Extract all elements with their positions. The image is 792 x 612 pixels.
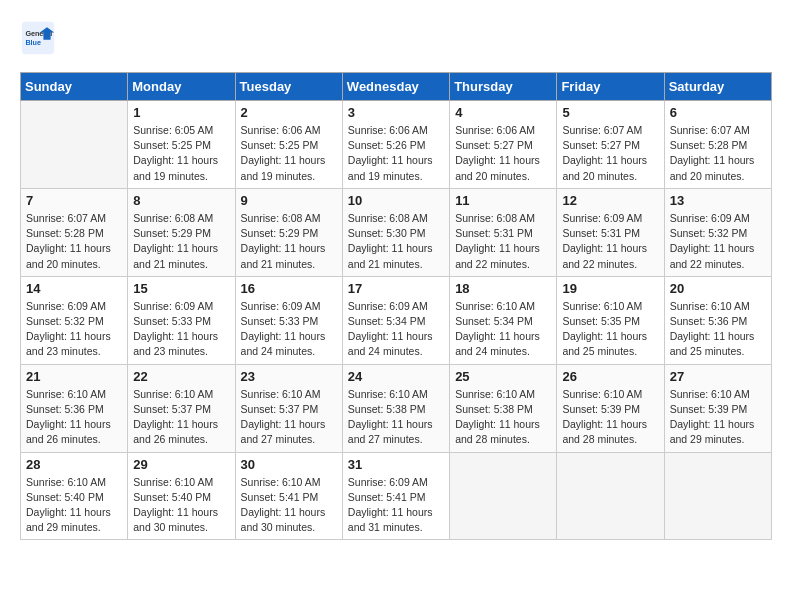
day-info: Sunrise: 6:07 AMSunset: 5:28 PMDaylight:… <box>26 211 122 272</box>
calendar-cell: 11Sunrise: 6:08 AMSunset: 5:31 PMDayligh… <box>450 188 557 276</box>
calendar-cell: 9Sunrise: 6:08 AMSunset: 5:29 PMDaylight… <box>235 188 342 276</box>
day-info: Sunrise: 6:10 AMSunset: 5:36 PMDaylight:… <box>670 299 766 360</box>
calendar-cell: 16Sunrise: 6:09 AMSunset: 5:33 PMDayligh… <box>235 276 342 364</box>
calendar-cell <box>450 452 557 540</box>
day-number: 8 <box>133 193 229 208</box>
day-info: Sunrise: 6:10 AMSunset: 5:36 PMDaylight:… <box>26 387 122 448</box>
column-header-saturday: Saturday <box>664 73 771 101</box>
calendar-cell: 8Sunrise: 6:08 AMSunset: 5:29 PMDaylight… <box>128 188 235 276</box>
day-number: 3 <box>348 105 444 120</box>
day-info: Sunrise: 6:08 AMSunset: 5:29 PMDaylight:… <box>241 211 337 272</box>
calendar-cell <box>21 101 128 189</box>
day-info: Sunrise: 6:10 AMSunset: 5:37 PMDaylight:… <box>133 387 229 448</box>
day-number: 24 <box>348 369 444 384</box>
day-number: 4 <box>455 105 551 120</box>
day-info: Sunrise: 6:10 AMSunset: 5:41 PMDaylight:… <box>241 475 337 536</box>
logo: General Blue <box>20 20 60 56</box>
calendar-cell: 28Sunrise: 6:10 AMSunset: 5:40 PMDayligh… <box>21 452 128 540</box>
calendar-cell: 25Sunrise: 6:10 AMSunset: 5:38 PMDayligh… <box>450 364 557 452</box>
day-info: Sunrise: 6:10 AMSunset: 5:38 PMDaylight:… <box>348 387 444 448</box>
calendar-cell: 22Sunrise: 6:10 AMSunset: 5:37 PMDayligh… <box>128 364 235 452</box>
calendar-cell: 21Sunrise: 6:10 AMSunset: 5:36 PMDayligh… <box>21 364 128 452</box>
day-info: Sunrise: 6:10 AMSunset: 5:34 PMDaylight:… <box>455 299 551 360</box>
calendar-cell: 30Sunrise: 6:10 AMSunset: 5:41 PMDayligh… <box>235 452 342 540</box>
svg-text:Blue: Blue <box>25 38 41 47</box>
calendar-cell: 6Sunrise: 6:07 AMSunset: 5:28 PMDaylight… <box>664 101 771 189</box>
day-number: 28 <box>26 457 122 472</box>
day-number: 10 <box>348 193 444 208</box>
day-number: 22 <box>133 369 229 384</box>
day-number: 14 <box>26 281 122 296</box>
calendar-header-row: SundayMondayTuesdayWednesdayThursdayFrid… <box>21 73 772 101</box>
page-header: General Blue <box>20 20 772 56</box>
day-info: Sunrise: 6:06 AMSunset: 5:25 PMDaylight:… <box>241 123 337 184</box>
calendar-cell: 19Sunrise: 6:10 AMSunset: 5:35 PMDayligh… <box>557 276 664 364</box>
calendar-cell: 1Sunrise: 6:05 AMSunset: 5:25 PMDaylight… <box>128 101 235 189</box>
day-info: Sunrise: 6:10 AMSunset: 5:39 PMDaylight:… <box>562 387 658 448</box>
day-info: Sunrise: 6:09 AMSunset: 5:31 PMDaylight:… <box>562 211 658 272</box>
day-info: Sunrise: 6:07 AMSunset: 5:28 PMDaylight:… <box>670 123 766 184</box>
day-number: 25 <box>455 369 551 384</box>
calendar-cell: 10Sunrise: 6:08 AMSunset: 5:30 PMDayligh… <box>342 188 449 276</box>
calendar-cell: 31Sunrise: 6:09 AMSunset: 5:41 PMDayligh… <box>342 452 449 540</box>
day-number: 13 <box>670 193 766 208</box>
week-row-4: 21Sunrise: 6:10 AMSunset: 5:36 PMDayligh… <box>21 364 772 452</box>
day-info: Sunrise: 6:09 AMSunset: 5:41 PMDaylight:… <box>348 475 444 536</box>
week-row-3: 14Sunrise: 6:09 AMSunset: 5:32 PMDayligh… <box>21 276 772 364</box>
calendar-cell: 2Sunrise: 6:06 AMSunset: 5:25 PMDaylight… <box>235 101 342 189</box>
day-number: 11 <box>455 193 551 208</box>
calendar-cell <box>557 452 664 540</box>
calendar-cell: 26Sunrise: 6:10 AMSunset: 5:39 PMDayligh… <box>557 364 664 452</box>
day-number: 23 <box>241 369 337 384</box>
day-number: 27 <box>670 369 766 384</box>
day-info: Sunrise: 6:10 AMSunset: 5:40 PMDaylight:… <box>26 475 122 536</box>
calendar-cell: 17Sunrise: 6:09 AMSunset: 5:34 PMDayligh… <box>342 276 449 364</box>
day-info: Sunrise: 6:10 AMSunset: 5:35 PMDaylight:… <box>562 299 658 360</box>
day-number: 9 <box>241 193 337 208</box>
calendar-cell: 29Sunrise: 6:10 AMSunset: 5:40 PMDayligh… <box>128 452 235 540</box>
day-info: Sunrise: 6:08 AMSunset: 5:29 PMDaylight:… <box>133 211 229 272</box>
column-header-thursday: Thursday <box>450 73 557 101</box>
day-number: 6 <box>670 105 766 120</box>
calendar-cell: 3Sunrise: 6:06 AMSunset: 5:26 PMDaylight… <box>342 101 449 189</box>
day-number: 16 <box>241 281 337 296</box>
calendar-cell: 24Sunrise: 6:10 AMSunset: 5:38 PMDayligh… <box>342 364 449 452</box>
day-number: 30 <box>241 457 337 472</box>
calendar-cell: 20Sunrise: 6:10 AMSunset: 5:36 PMDayligh… <box>664 276 771 364</box>
week-row-5: 28Sunrise: 6:10 AMSunset: 5:40 PMDayligh… <box>21 452 772 540</box>
calendar-cell: 7Sunrise: 6:07 AMSunset: 5:28 PMDaylight… <box>21 188 128 276</box>
day-info: Sunrise: 6:10 AMSunset: 5:40 PMDaylight:… <box>133 475 229 536</box>
day-number: 31 <box>348 457 444 472</box>
day-number: 29 <box>133 457 229 472</box>
day-number: 18 <box>455 281 551 296</box>
calendar-cell: 15Sunrise: 6:09 AMSunset: 5:33 PMDayligh… <box>128 276 235 364</box>
day-number: 20 <box>670 281 766 296</box>
day-info: Sunrise: 6:09 AMSunset: 5:32 PMDaylight:… <box>26 299 122 360</box>
calendar-table: SundayMondayTuesdayWednesdayThursdayFrid… <box>20 72 772 540</box>
day-number: 2 <box>241 105 337 120</box>
day-number: 15 <box>133 281 229 296</box>
day-number: 19 <box>562 281 658 296</box>
day-info: Sunrise: 6:10 AMSunset: 5:38 PMDaylight:… <box>455 387 551 448</box>
calendar-cell: 18Sunrise: 6:10 AMSunset: 5:34 PMDayligh… <box>450 276 557 364</box>
calendar-cell: 23Sunrise: 6:10 AMSunset: 5:37 PMDayligh… <box>235 364 342 452</box>
day-info: Sunrise: 6:10 AMSunset: 5:37 PMDaylight:… <box>241 387 337 448</box>
day-info: Sunrise: 6:09 AMSunset: 5:33 PMDaylight:… <box>133 299 229 360</box>
day-number: 1 <box>133 105 229 120</box>
day-number: 12 <box>562 193 658 208</box>
calendar-cell: 14Sunrise: 6:09 AMSunset: 5:32 PMDayligh… <box>21 276 128 364</box>
day-number: 5 <box>562 105 658 120</box>
day-info: Sunrise: 6:08 AMSunset: 5:30 PMDaylight:… <box>348 211 444 272</box>
day-info: Sunrise: 6:06 AMSunset: 5:27 PMDaylight:… <box>455 123 551 184</box>
day-info: Sunrise: 6:10 AMSunset: 5:39 PMDaylight:… <box>670 387 766 448</box>
calendar-cell: 27Sunrise: 6:10 AMSunset: 5:39 PMDayligh… <box>664 364 771 452</box>
column-header-wednesday: Wednesday <box>342 73 449 101</box>
day-info: Sunrise: 6:07 AMSunset: 5:27 PMDaylight:… <box>562 123 658 184</box>
day-number: 7 <box>26 193 122 208</box>
calendar-cell: 4Sunrise: 6:06 AMSunset: 5:27 PMDaylight… <box>450 101 557 189</box>
column-header-tuesday: Tuesday <box>235 73 342 101</box>
day-info: Sunrise: 6:05 AMSunset: 5:25 PMDaylight:… <box>133 123 229 184</box>
day-info: Sunrise: 6:09 AMSunset: 5:32 PMDaylight:… <box>670 211 766 272</box>
calendar-cell <box>664 452 771 540</box>
calendar-cell: 5Sunrise: 6:07 AMSunset: 5:27 PMDaylight… <box>557 101 664 189</box>
